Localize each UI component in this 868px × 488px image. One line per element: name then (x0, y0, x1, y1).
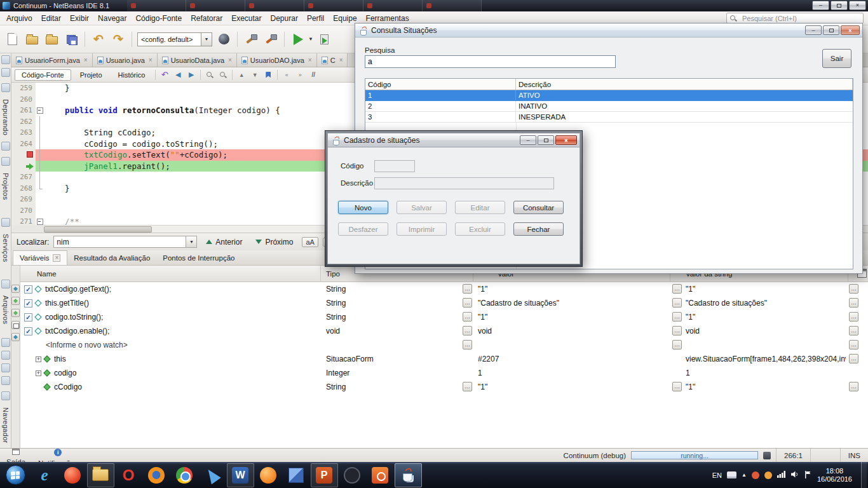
situacao-row[interactable]: 3INESPERADA (365, 112, 853, 123)
show-evaluation-icon[interactable] (11, 309, 20, 317)
shift-right-icon[interactable]: » (294, 69, 306, 81)
menu-executar[interactable]: Executar (227, 12, 266, 25)
clock[interactable]: 18:08 16/06/2016 (817, 467, 852, 484)
java-update-icon[interactable] (764, 471, 772, 479)
ellipsis-button[interactable]: … (849, 354, 858, 363)
build-project-button[interactable] (243, 31, 259, 48)
back-icon[interactable]: ◀ (172, 69, 184, 81)
open-project-button[interactable] (43, 31, 60, 48)
taskbar-word[interactable]: W (227, 463, 254, 487)
debug-project-button[interactable] (316, 31, 333, 48)
dialog-minimize-button[interactable]: – (805, 25, 822, 35)
ellipsis-button[interactable]: … (849, 326, 858, 336)
language-indicator[interactable]: EN (712, 471, 722, 479)
view-button-history[interactable]: Histórico (111, 69, 153, 81)
ellipsis-button[interactable]: … (463, 312, 472, 322)
situacao-row[interactable]: 1ATIVO (365, 90, 853, 101)
taskbar-blue-pointer[interactable] (199, 463, 226, 487)
new-project-button[interactable] (24, 31, 40, 48)
ellipsis-button[interactable]: … (463, 284, 472, 294)
variables-row[interactable]: +thisSituacaoForm#2207view.SituacaoForm[… (20, 352, 868, 366)
ellipsis-button[interactable]: … (849, 312, 858, 322)
tree-view-icon[interactable] (11, 333, 20, 341)
fold-toggle-icon[interactable] (36, 216, 44, 225)
notifications-tab[interactable]: i Notificações (32, 449, 85, 462)
menu-depurar[interactable]: Depurar (266, 12, 302, 25)
palette-icon[interactable] (1, 338, 10, 347)
taskbar-internet-explorer[interactable]: e (31, 463, 58, 487)
checkbox-checked[interactable]: ✓ (24, 313, 32, 322)
search-results-icon[interactable] (1, 142, 10, 151)
comment-icon[interactable]: // (308, 69, 319, 81)
menu-navegar[interactable]: Navegar (93, 12, 131, 25)
checkbox-checked[interactable]: ✓ (24, 285, 32, 294)
gutter-annotation[interactable] (11, 149, 36, 161)
debug-tab-resultado-da-avaliacao[interactable]: Resultado da Avaliação (67, 250, 156, 265)
situacao-row[interactable]: 2INATIVO (365, 101, 853, 112)
ellipsis-button[interactable]: … (672, 382, 682, 391)
taskbar-explorer-folder[interactable] (87, 463, 114, 487)
taskbar-pdf-app[interactable] (367, 463, 394, 487)
stop-process-icon[interactable] (763, 452, 771, 459)
taskbar-firefox[interactable] (143, 463, 170, 487)
dialog-close-button[interactable]: × (841, 25, 860, 35)
column-header-codigo[interactable]: Código (365, 79, 516, 90)
network-icon[interactable] (777, 471, 786, 479)
ellipsis-button[interactable]: … (463, 340, 472, 349)
toggle-bookmark-icon[interactable] (262, 69, 274, 81)
run-project-button[interactable] (290, 31, 306, 48)
tray-app-icon[interactable] (752, 471, 759, 479)
sair-button[interactable]: Sair (822, 49, 851, 68)
close-tab-icon[interactable]: × (53, 254, 60, 262)
variables-row[interactable]: ✓txtCodigo.getText();String…"1"…"1"… (20, 282, 868, 296)
show-hidden-icons[interactable]: ▲ (742, 472, 747, 478)
save-all-button[interactable] (63, 31, 79, 48)
expand-icon[interactable]: + (36, 370, 41, 376)
fold-toggle-icon[interactable] (36, 105, 44, 116)
pesquisa-input[interactable]: a (365, 55, 616, 68)
undo-button[interactable]: ↶ (90, 31, 107, 48)
checkbox-checked[interactable]: ✓ (24, 327, 32, 336)
close-tab-icon[interactable]: × (228, 57, 232, 64)
close-button[interactable]: × (849, 1, 866, 10)
ellipsis-button[interactable]: … (463, 298, 472, 308)
config-select[interactable]: <config. default> ▼ (137, 32, 212, 46)
shift-left-icon[interactable]: « (281, 69, 292, 81)
gutter-annotation[interactable] (11, 161, 36, 172)
view-button-source[interactable]: Código-Fonte (15, 69, 71, 81)
find-selection-icon[interactable] (217, 69, 229, 81)
editor-tab-usuarioform-java[interactable]: UsuarioForm.java× (11, 53, 93, 67)
action-items-icon[interactable] (1, 376, 10, 385)
debug-tab-variaveis[interactable]: Variáveis× (13, 250, 67, 265)
cadastro-button-fechar[interactable]: Fechar (513, 222, 564, 236)
dialog-close-button[interactable]: × (555, 135, 577, 145)
progress-bar[interactable]: running... (631, 451, 758, 459)
output-tab[interactable]: Saída (0, 449, 32, 462)
taskbar-chrome[interactable] (171, 463, 198, 487)
variables-row[interactable]: ✓txtCodigo.enable();void…void…void… (20, 324, 868, 338)
column-header-descricao[interactable]: Descrição (516, 79, 853, 90)
find-icon[interactable] (204, 69, 215, 81)
ellipsis-button[interactable]: … (463, 382, 472, 391)
ellipsis-button[interactable]: … (849, 340, 858, 349)
taskbar-red-browser[interactable] (59, 463, 86, 487)
close-tab-icon[interactable]: × (149, 57, 153, 64)
column-header-name[interactable]: Name (20, 266, 321, 281)
editor-tab-usuariodata-java[interactable]: UsuarioData.java× (158, 53, 237, 67)
show-watches-icon[interactable] (11, 297, 20, 305)
taskbar-powerpoint[interactable]: P (311, 463, 338, 487)
quick-search-input[interactable]: Pesquisar (Ctrl+I) (726, 13, 864, 24)
volume-icon[interactable] (791, 471, 799, 479)
menu-editar[interactable]: Editar (37, 12, 65, 25)
inspector-icon[interactable] (1, 351, 10, 360)
taskbar-orange-ball[interactable] (255, 463, 282, 487)
add-watch-icon[interactable] (11, 285, 20, 293)
find-previous-button[interactable]: Anterior (201, 236, 247, 248)
ellipsis-button[interactable]: … (672, 340, 682, 349)
taskbar-blue-cube[interactable] (283, 463, 310, 487)
menu-exibir[interactable]: Exibir (65, 12, 93, 25)
clean-build-button[interactable] (262, 31, 279, 48)
scrollbar-thumb[interactable] (44, 226, 152, 233)
new-file-button[interactable] (4, 31, 20, 48)
ellipsis-button[interactable]: … (849, 382, 858, 391)
